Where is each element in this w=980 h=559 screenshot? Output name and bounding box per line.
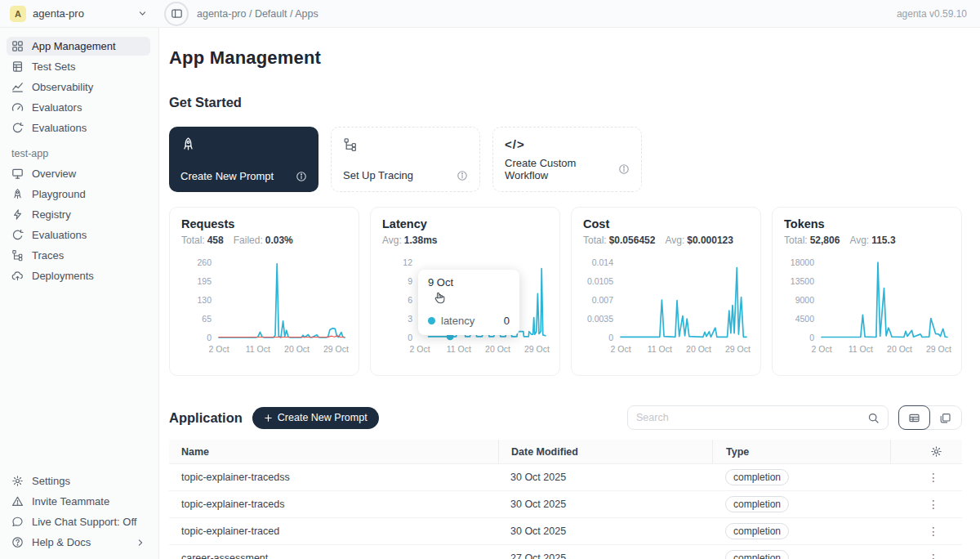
svg-text:6: 6 [408,295,412,305]
svg-text:11 Oct: 11 Oct [648,344,672,354]
row-menu-dots-icon[interactable]: ⋮ [924,552,942,559]
sidebar-item-evaluators[interactable]: Evaluators [7,98,150,117]
sidebar-item-test-sets[interactable]: Test Sets [7,57,150,76]
table-view-button[interactable] [898,405,930,430]
svg-text:11 Oct: 11 Oct [849,344,873,354]
sidebar-item-observability[interactable]: Observability [7,78,150,96]
sidebar-item-traces[interactable]: Traces [7,246,150,265]
rocket-icon [11,188,24,200]
sidebar-item-label: Traces [32,249,64,262]
application-header-row: Application Create New Prompt [169,405,962,430]
chart-card-latency[interactable]: LatencyAvg:1.38ms1296302 Oct11 Oct20 Oct… [370,207,560,376]
svg-text:65: 65 [202,314,212,324]
sidebar-item-deployments[interactable]: Deployments [7,266,150,285]
circular-arrow-icon [11,229,24,241]
breadcrumb[interactable]: agenta-pro / Default / Apps [197,8,318,20]
svg-text:20 Oct: 20 Oct [887,344,912,354]
type-badge: completion [725,523,789,539]
svg-text:2 Oct: 2 Oct [610,344,630,354]
column-header-type[interactable]: Type [712,440,890,463]
info-icon[interactable] [618,163,630,175]
svg-text:0.0105: 0.0105 [587,276,613,286]
tooltip-series-name: latency [441,315,498,327]
type-cell: completion [712,550,890,559]
workspace-selector[interactable]: A agenta-pro [0,6,159,22]
tooltip-series-value: 0 [504,315,510,327]
chart-title: Cost [583,217,749,230]
svg-text:260: 260 [197,257,212,267]
table-row[interactable]: topic-explainer-traceds30 Oct 2025comple… [169,491,962,518]
sidebar-item-overview[interactable]: Overview [7,164,150,183]
sidebar-item-evaluations-app[interactable]: Evaluations [7,226,150,244]
row-menu-dots-icon[interactable]: ⋮ [924,471,942,484]
sidebar-item-registry[interactable]: Registry [7,205,150,224]
circular-arrow-icon [11,122,24,134]
create-new-prompt-card[interactable]: Create New Prompt [169,127,318,192]
sidebar-item-help-docs[interactable]: Help & Docs [7,533,150,552]
info-icon[interactable] [296,171,307,182]
card-view-button[interactable] [929,406,961,429]
card-label: Create New Prompt [180,170,274,182]
svg-text:2 Oct: 2 Oct [208,344,229,354]
chart-card-cost[interactable]: CostTotal:$0.056452Avg:$0.0001230.0140.0… [571,207,761,376]
svg-text:18000: 18000 [791,257,814,267]
chat-bubble-icon [11,516,24,528]
svg-text:4500: 4500 [795,314,815,324]
set-up-tracing-card[interactable]: Set Up Tracing [331,127,480,192]
create-new-prompt-button[interactable]: Create New Prompt [252,407,379,429]
table-row[interactable]: career-assessment27 Oct 2025completion⋮ [169,545,962,559]
app-name-cell: topic-explainer-traced [169,525,498,537]
sidebar-item-live-chat-support[interactable]: Live Chat Support: Off [7,512,150,531]
row-menu-dots-icon[interactable]: ⋮ [924,498,942,511]
table-header: Name Date Modified Type [169,440,962,464]
svg-text:2 Oct: 2 Oct [409,344,430,354]
sidebar-item-label: Invite Teammate [32,495,109,508]
sidebar: App Management Test Sets Observability E… [0,28,159,559]
date-modified-cell: 27 Oct 2025 [498,552,712,559]
sidebar-item-evaluations[interactable]: Evaluations [7,119,150,137]
type-badge: completion [725,550,789,559]
page-title: App Management [169,47,962,69]
sidebar-item-label: App Management [32,40,116,52]
column-header-name[interactable]: Name [169,440,498,463]
chart-plot: 0.0140.01050.0070.003502 Oct11 Oct20 Oct… [583,251,751,362]
get-started-heading: Get Started [169,95,962,110]
chart-stats: Total:$0.056452Avg:$0.000123 [583,235,749,246]
sidebar-item-invite-teammate[interactable]: Invite Teammate [7,492,150,511]
date-modified-cell: 30 Oct 2025 [498,525,712,537]
chart-plot: 18000135009000450002 Oct11 Oct20 Oct29 O… [784,251,951,362]
application-heading: Application [169,410,243,426]
sidebar-toggle-button[interactable] [164,2,189,26]
sidebar-item-label: Playground [32,188,86,200]
search-input[interactable] [636,412,861,423]
chevron-right-icon [136,538,145,548]
main-content: App Management Get Started Create New Pr… [159,28,980,559]
chart-card-tokens[interactable]: TokensTotal:52,806Avg:115.31800013500900… [772,207,962,376]
column-settings-gear-icon[interactable] [930,445,942,458]
app-name-cell: topic-explainer-traceds [169,499,498,510]
sidebar-item-label: Registry [32,208,71,221]
sidebar-item-label: Evaluations [32,122,87,134]
column-header-date-modified[interactable]: Date Modified [498,440,712,463]
sidebar-toggle-icon [171,7,183,20]
sidebar-item-settings[interactable]: Settings [7,472,150,490]
table-body: topic-explainer-tracedss30 Oct 2025compl… [169,464,962,559]
row-menu-dots-icon[interactable]: ⋮ [924,525,942,538]
chart-title: Tokens [784,217,950,230]
table-row[interactable]: topic-explainer-traced30 Oct 2025complet… [169,518,962,545]
type-badge: completion [725,496,789,512]
table-row[interactable]: topic-explainer-tracedss30 Oct 2025compl… [169,464,962,491]
card-label: Create Custom Workflow [505,157,618,181]
info-icon[interactable] [457,170,468,181]
date-modified-cell: 30 Oct 2025 [498,499,712,510]
svg-text:29 Oct: 29 Oct [725,344,751,354]
series-dot-icon [428,317,435,324]
search-icon[interactable] [867,412,880,424]
alert-triangle-icon [11,495,24,508]
sidebar-app-section-label: test-app [11,148,158,159]
sidebar-item-app-management[interactable]: App Management [7,37,150,56]
sidebar-item-playground[interactable]: Playground [7,185,150,203]
chart-card-requests[interactable]: RequestsTotal:458Failed:0.03%26019513065… [169,207,359,376]
svg-text:11 Oct: 11 Oct [447,344,471,354]
create-custom-workflow-card[interactable]: </> Create Custom Workflow [492,127,642,192]
